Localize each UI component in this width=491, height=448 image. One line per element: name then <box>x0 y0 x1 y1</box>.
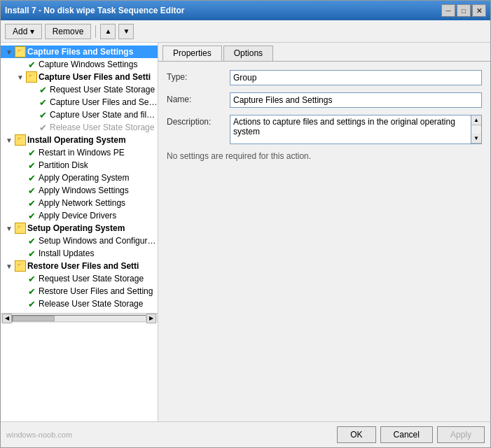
tree-item-label: Request User State Storage <box>39 274 144 284</box>
list-item[interactable]: ✔ Restore User Files and Setting <box>1 285 158 298</box>
list-item[interactable]: ✔ Capture User State and files in <box>1 108 158 121</box>
tab-properties[interactable]: Properties <box>162 46 222 61</box>
check-icon: ✔ <box>26 160 37 171</box>
name-label: Name: <box>167 92 230 104</box>
tree-item-label: Restore User Files and Setti <box>27 261 139 271</box>
tree-item-label: Restore User Files and Setting <box>39 286 153 296</box>
list-item[interactable]: ✔ Restart in Windows PE <box>1 146 158 159</box>
bottom-bar: windows-noob.com OK Cancel Apply <box>1 421 490 447</box>
tree-item-label: Request User State Storage <box>50 85 155 94</box>
bottom-buttons: OK Cancel Apply <box>337 426 485 443</box>
tree-item-label: Setup Windows and Configuration <box>39 236 158 246</box>
watermark-text: windows-noob.com <box>6 430 72 439</box>
type-label: Type: <box>167 70 230 82</box>
check-icon: ✔ <box>26 286 37 297</box>
tabs-bar: Properties Options <box>158 43 490 62</box>
expand-icon: ▼ <box>15 74 26 81</box>
list-item[interactable]: ✔ Apply Operating System <box>1 172 158 184</box>
name-value-wrapper <box>230 92 482 108</box>
check-icon: ✔ <box>26 172 37 183</box>
list-item[interactable]: ✔ Request User State Storage <box>1 272 158 285</box>
no-settings-message: No settings are required for this action… <box>167 151 482 161</box>
main-window: Install 7 - No disk wipe Task Sequence E… <box>0 0 491 448</box>
scroll-right-button[interactable]: ▶ <box>146 314 156 323</box>
remove-button[interactable]: Remove <box>45 24 92 39</box>
toolbar-separator <box>95 25 96 38</box>
list-item[interactable]: ✔ Release User State Storage <box>1 121 158 134</box>
scroll-thumb[interactable] <box>13 316 55 321</box>
check-icon: ✔ <box>26 197 37 209</box>
list-item[interactable]: ✔ Capture Windows Settings <box>1 58 158 71</box>
check-icon: ✔ <box>26 210 37 221</box>
expand-icon: ▼ <box>4 136 15 144</box>
list-item[interactable]: ✔ Apply Network Settings <box>1 197 158 209</box>
group-icon: 📁 <box>15 134 26 146</box>
list-item[interactable]: ✔ Apply Windows Settings <box>1 184 158 197</box>
move-up-button[interactable]: ▲ <box>100 24 116 39</box>
description-label: Description: <box>167 115 230 127</box>
tree-item-label: Apply Windows Settings <box>39 186 129 195</box>
tree-item-label: Release User State Storage <box>50 122 154 132</box>
horizontal-scrollbar[interactable]: ◀ ▶ <box>1 313 158 323</box>
desc-scroll-up-button[interactable]: ▲ <box>471 115 481 125</box>
check-icon: ✔ <box>26 185 37 196</box>
tab-options[interactable]: Options <box>223 46 273 61</box>
restore-button[interactable]: □ <box>457 4 471 17</box>
description-scrollbar: ▲ ▼ <box>471 115 482 144</box>
list-item[interactable]: ✔ Capture User Files and Settin <box>1 96 158 108</box>
list-item[interactable]: ▼ 📁 Capture User Files and Setti <box>1 71 158 83</box>
properties-content: Type: Name: Description: Action <box>158 62 490 421</box>
tree-item-label: Apply Operating System <box>39 173 129 183</box>
check-icon: ✔ <box>26 273 37 284</box>
title-bar: Install 7 - No disk wipe Task Sequence E… <box>1 1 490 20</box>
expand-icon: ▼ <box>4 225 15 232</box>
apply-button[interactable]: Apply <box>437 426 485 443</box>
add-button[interactable]: Add ▾ <box>5 24 42 39</box>
list-item[interactable]: ▼ 📁 Restore User Files and Setti <box>1 260 158 272</box>
description-textarea[interactable]: Actions to capture files and settings in… <box>230 115 471 144</box>
desc-scroll-down-button[interactable]: ▼ <box>471 134 481 144</box>
type-input[interactable] <box>230 70 482 85</box>
list-item[interactable]: ✔ Apply Device Drivers <box>1 209 158 222</box>
type-row: Type: <box>167 70 482 85</box>
expand-icon: ▼ <box>4 262 15 270</box>
tree-item-label: Capture Windows Settings <box>39 59 137 69</box>
scroll-left-button[interactable]: ◀ <box>2 314 12 323</box>
cancel-button[interactable]: Cancel <box>380 426 433 443</box>
tree-item-label: Setup Operating System <box>27 223 125 233</box>
check-icon: ✔ <box>37 84 48 95</box>
properties-panel: Properties Options Type: Name: <box>158 43 490 421</box>
check-icon: ✔ <box>26 298 37 309</box>
list-item[interactable]: ✔ Setup Windows and Configuration <box>1 234 158 247</box>
group-icon: 📁 <box>26 71 37 83</box>
check-icon: ✔ <box>37 109 48 120</box>
expand-icon: ▼ <box>4 48 15 56</box>
list-item[interactable]: ✔ Partition Disk <box>1 159 158 172</box>
close-button[interactable]: ✕ <box>472 4 486 17</box>
tree-item-label: Apply Network Settings <box>39 198 125 208</box>
list-item[interactable]: ▼ 📁 Setup Operating System <box>1 222 158 234</box>
gray-check-icon: ✔ <box>37 122 48 133</box>
scroll-track[interactable] <box>12 315 146 322</box>
main-content: ▼ 📁 Capture Files and Settings ✔ Capture… <box>1 43 490 421</box>
list-item[interactable]: ▼ 📁 Install Operating System <box>1 134 158 146</box>
list-item[interactable]: ✔ Release User State Storage <box>1 298 158 310</box>
name-input[interactable] <box>230 92 482 108</box>
tree-item-label: Capture User State and files in <box>50 110 158 120</box>
tree-item-label: Apply Device Drivers <box>39 211 116 220</box>
tree-item-label: Install Operating System <box>27 135 126 145</box>
list-item[interactable]: ✔ Install Updates <box>1 247 158 260</box>
ok-button[interactable]: OK <box>337 426 375 443</box>
tree-item-label: Partition Disk <box>39 160 88 170</box>
minimize-button[interactable]: ─ <box>441 4 455 17</box>
title-bar-controls: ─ □ ✕ <box>441 4 486 17</box>
tree-item-label: Capture User Files and Setti <box>39 72 151 82</box>
check-icon: ✔ <box>26 59 37 70</box>
toolbar: Add ▾ Remove ▲ ▼ <box>1 20 490 43</box>
type-value-wrapper <box>230 70 482 85</box>
list-item[interactable]: ▼ 📁 Capture Files and Settings <box>1 46 158 58</box>
list-item[interactable]: ✔ Request User State Storage <box>1 83 158 96</box>
tree-item-label: Release User State Storage <box>39 299 143 309</box>
move-down-button[interactable]: ▼ <box>118 24 134 39</box>
name-row: Name: <box>167 92 482 108</box>
